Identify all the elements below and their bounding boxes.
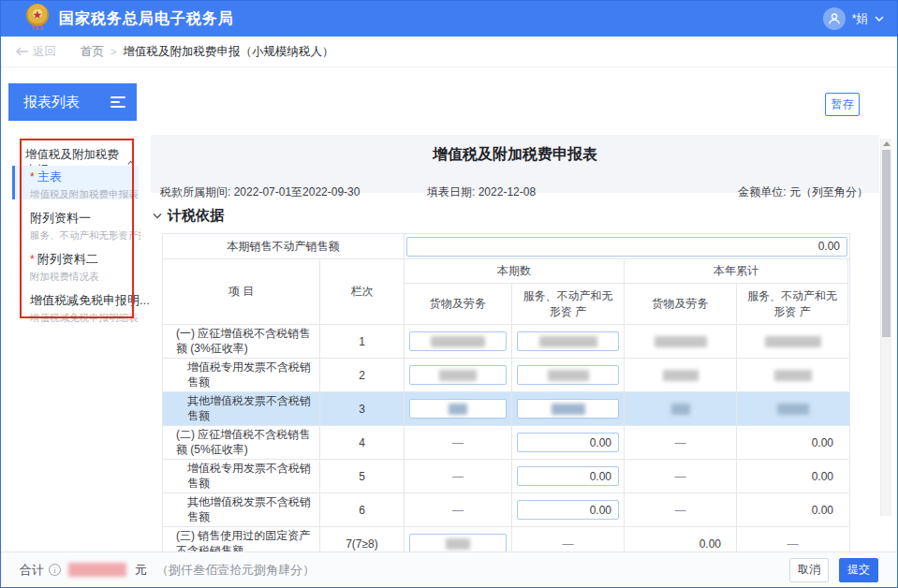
table-row: (一) 应征增值税不含税销售额 (3%征收率)1: [163, 325, 849, 359]
redacted-value: [548, 370, 589, 381]
readonly-value-cell: 0.00: [737, 426, 848, 460]
presale-input[interactable]: 0.00: [406, 237, 847, 257]
sidebar-item[interactable]: 增值税减免税申报明...增值税减免税申报明细表: [12, 289, 139, 323]
user-avatar-icon[interactable]: [823, 7, 846, 30]
readonly-value-cell: 0.00: [737, 493, 848, 527]
cancel-button[interactable]: 取消: [789, 558, 829, 582]
collapse-sidebar-icon[interactable]: [110, 96, 125, 108]
section-toggle[interactable]: 计税依据: [153, 207, 224, 225]
fill-date: 填表日期: 2022-12-08: [427, 184, 536, 200]
readonly-value-cell: [737, 359, 848, 392]
readonly-value-cell: [625, 325, 737, 359]
header-column: 栏次: [320, 259, 405, 325]
header-goods: 货物及劳务: [625, 284, 737, 325]
value-cell: 0.00: [512, 493, 625, 527]
table-input[interactable]: 0.00: [517, 433, 619, 452]
row-label: 增值税专用发票不含税销售额: [163, 460, 320, 493]
table-header: 项 目 栏次 本期数 货物及劳务 服务、不动产和无形资 产 本年累计 货物及劳务: [163, 259, 849, 325]
redacted-value: [765, 336, 821, 347]
back-button[interactable]: 返回: [16, 44, 56, 60]
table-body: (一) 应征增值税不含税销售额 (3%征收率)1增值税专用发票不含税销售额2其他…: [163, 325, 849, 553]
sidebar-item-title: 主表: [37, 169, 62, 184]
table-input[interactable]: [409, 331, 507, 351]
table-row: 其他增值税发票不含税销售额6—0.00—0.00: [163, 493, 849, 527]
row-number: 1: [320, 325, 405, 359]
table-input[interactable]: [409, 534, 507, 553]
table-input[interactable]: [517, 331, 619, 351]
dash-cell: —: [625, 426, 737, 460]
sidebar-item[interactable]: *主表增值税及附加税费申报表: [12, 166, 139, 199]
redacted-value: [777, 404, 809, 415]
total-label: 合计: [20, 562, 44, 579]
chevron-down-icon: [153, 213, 162, 219]
user-menu[interactable]: *娟: [823, 7, 884, 30]
redacted-value: [774, 370, 812, 381]
redacted-value: [431, 336, 485, 347]
table-row: (三) 销售使用过的固定资产不含税销售额7(7≥8)—0.00—: [163, 527, 849, 553]
value-cell: 0.00: [512, 426, 625, 460]
presale-label: 本期销售不动产销售额: [163, 234, 405, 259]
table-row: 增值税专用发票不含税销售额5—0.00—0.00: [163, 460, 849, 493]
logo-caption: TAX: [31, 25, 44, 31]
national-emblem-icon: ★: [26, 4, 49, 26]
presale-row: 本期销售不动产销售额 0.00: [163, 234, 849, 259]
table-row: 增值税专用发票不含税销售额2: [163, 359, 849, 392]
sidebar-item-title: 附列资料二: [37, 252, 98, 266]
breadcrumb-home[interactable]: 首页: [81, 44, 104, 60]
header-item: 项 目: [163, 259, 320, 325]
tax-emblem-logo: ★ TAX: [23, 4, 52, 34]
back-label: 返回: [33, 44, 56, 60]
table-input[interactable]: 0.00: [517, 500, 619, 520]
footer-bar: 合计 i 元 （捌仟叁佰壹拾元捌角肆分） 取消 提交: [1, 551, 897, 587]
dash-cell: —: [405, 460, 512, 493]
header-current-group: 本期数 货物及劳务 服务、不动产和无形资 产: [405, 259, 625, 325]
sidebar-menu: *主表增值税及附加税费申报表附列资料一服务、不动产和无形资产扣除*附列资料二附加…: [12, 166, 139, 331]
scroll-up-icon[interactable]: [883, 141, 891, 146]
readonly-value-cell: [737, 392, 848, 426]
row-number: 4: [320, 426, 405, 460]
breadcrumb: 返回 首页 > 增值税及附加税费申报（小规模纳税人）: [1, 37, 897, 67]
table-row: (二) 应征增值税不含税销售额 (5%征收率)4—0.00—0.00: [163, 426, 849, 460]
value-cell: [405, 325, 512, 359]
total-amount-redacted: [68, 563, 126, 577]
readonly-value-cell: [737, 325, 848, 359]
sidebar-item[interactable]: *附列资料二附加税费情况表: [12, 248, 139, 282]
table-input[interactable]: 0.00: [517, 466, 619, 486]
row-label: 其他增值税发票不含税销售额: [163, 493, 320, 527]
table-input[interactable]: [409, 365, 507, 385]
sidebar-item-subtitle: 附加税费情况表: [30, 271, 140, 284]
dash-cell: —: [405, 426, 512, 460]
row-label: (一) 应征增值税不含税销售额 (3%征收率): [163, 325, 320, 359]
submit-button[interactable]: 提交: [839, 558, 878, 582]
row-label: 增值税专用发票不含税销售额: [163, 359, 320, 392]
scrollbar-thumb[interactable]: [882, 150, 891, 337]
table-input[interactable]: [517, 365, 619, 385]
header-current: 本期数: [405, 259, 625, 284]
total-unit: 元: [135, 562, 147, 579]
save-draft-button[interactable]: 暂存: [825, 93, 860, 116]
value-cell: 0.00: [512, 460, 625, 493]
required-asterisk: *: [30, 170, 35, 184]
redacted-value: [446, 538, 470, 550]
chevron-down-icon[interactable]: [875, 16, 884, 22]
row-number: 3: [320, 392, 405, 426]
row-number: 5: [320, 460, 405, 493]
redacted-value: [671, 404, 690, 415]
form-header-band: 增值税及附加税费申报表 税款所属期间: 2022-07-01至2022-09-3…: [151, 135, 879, 193]
redacted-value: [663, 370, 699, 381]
vertical-scrollbar[interactable]: [880, 139, 891, 516]
table-input[interactable]: [409, 399, 507, 419]
value-cell: [405, 392, 512, 426]
app-window: ★ TAX 国家税务总局电子税务局 *娟 返回 首页 > 增值税及附加税费申报（…: [0, 0, 898, 588]
redacted-value: [449, 404, 467, 415]
table-input[interactable]: [517, 399, 619, 419]
info-icon[interactable]: i: [49, 564, 61, 576]
dash-cell: —: [737, 527, 848, 553]
report-list-header: 报表列表: [8, 83, 137, 121]
sidebar-item-subtitle: 服务、不动产和无形资产扣除: [30, 229, 140, 243]
sidebar-item[interactable]: 附列资料一服务、不动产和无形资产扣除: [12, 207, 139, 241]
readonly-value-cell: [625, 359, 737, 392]
redacted-value: [552, 404, 585, 415]
breadcrumb-separator: >: [110, 46, 116, 57]
value-cell: [512, 325, 625, 359]
